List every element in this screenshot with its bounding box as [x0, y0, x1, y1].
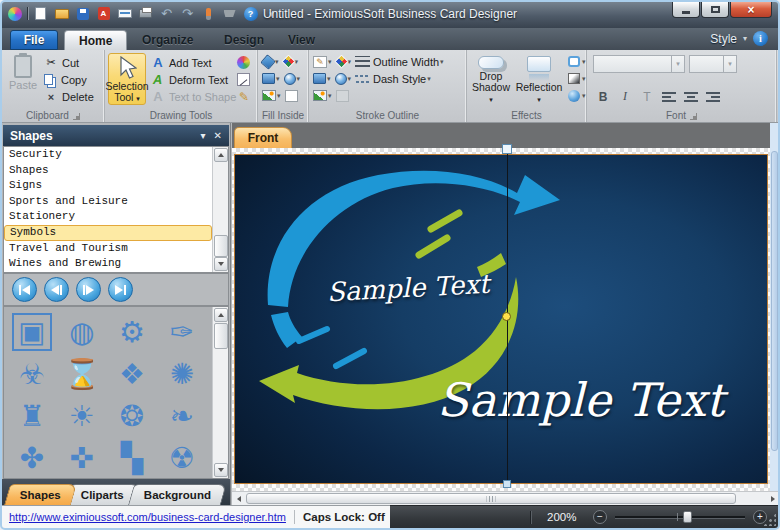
scroll-up-icon[interactable]	[214, 308, 228, 322]
business-card[interactable]: Sample Text Sample Text	[234, 154, 768, 484]
bevel-style-button[interactable]: ▾	[565, 71, 587, 87]
glow-style-button[interactable]: ▾	[565, 88, 587, 104]
scrollbar-thumb[interactable]	[246, 493, 736, 504]
fill-solid-button[interactable]: ▾	[261, 71, 281, 87]
panel-collapse-icon[interactable]: ▾	[201, 130, 206, 141]
tab-home[interactable]: Home	[64, 30, 127, 50]
shape-thumb[interactable]: ▚	[112, 439, 152, 477]
bold-button[interactable]: B	[593, 88, 613, 105]
add-text-button[interactable]: AAdd Text	[151, 54, 236, 71]
scrollbar-thumb[interactable]	[771, 151, 778, 451]
text-to-shape-button[interactable]: AText to Shape	[151, 88, 236, 105]
shape-thumb[interactable]: ✤	[12, 439, 52, 477]
stroke-radial-button[interactable]: ▾	[334, 71, 353, 87]
category-item-stationery[interactable]: Stationery	[4, 209, 212, 225]
format-brush-icon[interactable]	[200, 5, 217, 22]
canvas-horizontal-scrollbar[interactable]	[232, 491, 779, 505]
card-text-large[interactable]: Sample Text	[437, 373, 724, 427]
stroke-color-button[interactable]: ✎▾	[312, 54, 333, 70]
font-family-select[interactable]: ▾	[593, 55, 685, 73]
category-item-wines[interactable]: Wines and Brewing	[4, 256, 212, 272]
tab-file[interactable]: File	[10, 30, 58, 50]
shape-grid-scrollbar[interactable]	[212, 307, 228, 478]
prev-page-button[interactable]	[44, 277, 69, 302]
shape-thumb[interactable]: ❖	[112, 355, 152, 393]
edge-style-button[interactable]: ▾	[565, 54, 587, 70]
shape-thumb[interactable]: ☣	[12, 355, 52, 393]
zoom-out-button[interactable]: −	[593, 510, 607, 524]
shape-thumb[interactable]: ▣	[12, 313, 52, 351]
fill-radial-button[interactable]: ▾	[283, 71, 302, 87]
selection-node-icon[interactable]	[502, 312, 511, 321]
color-wheel-button[interactable]	[237, 54, 251, 71]
paste-button[interactable]: Paste	[4, 53, 42, 105]
style-caret-icon[interactable]: ▾	[743, 34, 747, 43]
scrollbar-thumb[interactable]	[214, 323, 228, 349]
card-setup-icon[interactable]	[116, 5, 133, 22]
font-dialog-launcher-icon[interactable]	[690, 113, 697, 120]
selection-handle-top[interactable]	[502, 144, 512, 154]
stroke-image-button[interactable]: ▾	[312, 88, 333, 104]
last-page-button[interactable]	[108, 277, 133, 302]
shape-thumb[interactable]: ❂	[112, 397, 152, 435]
delete-button[interactable]: ×Delete	[44, 88, 94, 105]
shape-thumb[interactable]: ⚙	[112, 313, 152, 351]
italic-button[interactable]: I	[615, 88, 635, 105]
scroll-left-icon[interactable]	[232, 493, 245, 505]
selection-tool-button[interactable]: SelectionTool ▾	[108, 53, 146, 105]
outline-width-dropdown[interactable]: Outline Width▾	[354, 54, 445, 70]
shape-thumb[interactable]: ☢	[162, 439, 202, 477]
new-document-icon[interactable]	[32, 5, 49, 22]
tab-organize[interactable]: Organize	[128, 30, 207, 50]
fill-color-button[interactable]: ▾	[261, 54, 280, 70]
cut-button[interactable]: ✂Cut	[44, 54, 94, 71]
save-icon[interactable]	[74, 5, 91, 22]
style-dropdown[interactable]: Style	[710, 32, 737, 46]
category-list-scrollbar[interactable]	[212, 147, 228, 272]
align-right-button[interactable]	[703, 88, 723, 105]
category-item-security[interactable]: Security	[4, 147, 212, 163]
align-left-button[interactable]	[659, 88, 679, 105]
clipboard-dialog-launcher-icon[interactable]	[73, 113, 80, 120]
shape-thumb[interactable]: ✺	[162, 355, 202, 393]
scroll-down-icon[interactable]	[214, 257, 228, 271]
shape-thumb[interactable]: ☀	[62, 397, 102, 435]
app-logo-icon[interactable]	[6, 5, 23, 22]
drop-shadow-button[interactable]: DropShadow ▾	[469, 53, 513, 105]
tab-design[interactable]: Design	[210, 30, 278, 50]
align-center-button[interactable]	[681, 88, 701, 105]
shape-thumb[interactable]: ✜	[62, 439, 102, 477]
zoom-slider[interactable]	[615, 516, 745, 518]
tab-view[interactable]: View	[274, 30, 329, 50]
shopping-cart-icon[interactable]	[221, 5, 238, 22]
shape-thumb[interactable]: ♜	[12, 397, 52, 435]
fill-current-swatch[interactable]	[284, 88, 299, 104]
export-pdf-icon[interactable]: A	[95, 5, 112, 22]
zoom-in-button[interactable]: +	[753, 510, 767, 524]
zoom-slider-thumb[interactable]	[683, 511, 692, 523]
scroll-up-icon[interactable]	[214, 148, 228, 162]
category-item-travel[interactable]: Travel and Tourism	[4, 241, 212, 257]
text-style-button[interactable]: T	[637, 88, 657, 105]
reflection-button[interactable]: Reflection▾	[515, 53, 563, 105]
font-size-select[interactable]: ▾	[689, 55, 737, 73]
undo-icon[interactable]: ↶	[158, 5, 175, 22]
tab-shapes[interactable]: Shapes	[4, 484, 77, 505]
fill-image-button[interactable]: ▾	[261, 88, 282, 104]
scrollbar-thumb[interactable]	[214, 235, 228, 257]
print-icon[interactable]	[137, 5, 154, 22]
shape-thumb[interactable]: ❧	[162, 397, 202, 435]
canvas-vertical-scrollbar[interactable]	[770, 123, 779, 491]
selection-handle-bottom[interactable]	[503, 480, 511, 488]
dash-style-dropdown[interactable]: Dash Style▾	[354, 71, 432, 87]
help-icon[interactable]: ?	[242, 5, 259, 22]
category-item-signs[interactable]: Signs	[4, 178, 212, 194]
redo-icon[interactable]: ↷	[179, 5, 196, 22]
category-item-sports[interactable]: Sports and Leisure	[4, 194, 212, 210]
pencil-draw-button[interactable]: ✎	[237, 88, 251, 105]
maximize-button[interactable]	[701, 2, 729, 18]
stroke-gradient-button[interactable]: ▾	[335, 54, 353, 70]
shape-thumb[interactable]: ⌛	[62, 355, 102, 393]
close-button[interactable]: ×	[730, 2, 772, 18]
stroke-solid-button[interactable]: ▾	[312, 71, 332, 87]
